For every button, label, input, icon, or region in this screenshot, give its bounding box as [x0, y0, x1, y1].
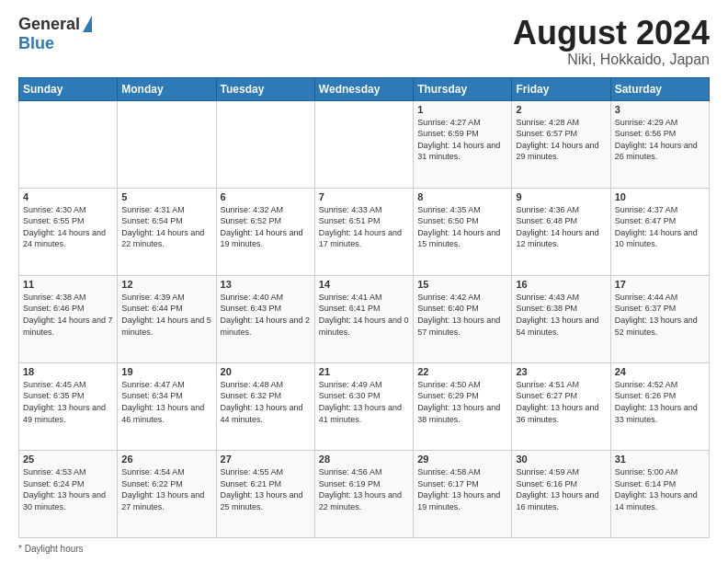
calendar-week-row: 4Sunrise: 4:30 AM Sunset: 6:55 PM Daylig…	[19, 188, 710, 275]
day-info: Sunrise: 4:49 AM Sunset: 6:30 PM Dayligh…	[319, 379, 409, 425]
calendar-cell	[314, 100, 413, 188]
day-info: Sunrise: 4:41 AM Sunset: 6:41 PM Dayligh…	[319, 292, 409, 338]
day-info: Sunrise: 4:45 AM Sunset: 6:35 PM Dayligh…	[23, 379, 113, 425]
day-header-wednesday: Wednesday	[314, 77, 413, 100]
title-block: August 2024 Niki, Hokkaido, Japan	[513, 15, 710, 68]
day-number: 3	[615, 104, 705, 115]
logo-blue-text: Blue	[18, 34, 54, 53]
day-info: Sunrise: 4:39 AM Sunset: 6:44 PM Dayligh…	[121, 292, 211, 338]
calendar-cell: 14Sunrise: 4:41 AM Sunset: 6:41 PM Dayli…	[314, 275, 413, 362]
footer: * Daylight hours	[18, 544, 710, 554]
day-info: Sunrise: 4:33 AM Sunset: 6:51 PM Dayligh…	[319, 204, 409, 250]
calendar-cell: 20Sunrise: 4:48 AM Sunset: 6:32 PM Dayli…	[216, 362, 314, 450]
calendar-cell: 17Sunrise: 4:44 AM Sunset: 6:37 PM Dayli…	[610, 275, 709, 362]
calendar-cell: 25Sunrise: 4:53 AM Sunset: 6:24 PM Dayli…	[19, 450, 118, 537]
day-info: Sunrise: 4:27 AM Sunset: 6:59 PM Dayligh…	[417, 117, 507, 163]
day-number: 17	[615, 279, 705, 290]
day-info: Sunrise: 4:28 AM Sunset: 6:57 PM Dayligh…	[516, 117, 606, 163]
calendar-cell: 12Sunrise: 4:39 AM Sunset: 6:44 PM Dayli…	[118, 275, 216, 362]
day-number: 28	[319, 454, 409, 465]
calendar-cell: 22Sunrise: 4:50 AM Sunset: 6:29 PM Dayli…	[414, 362, 512, 450]
day-info: Sunrise: 4:51 AM Sunset: 6:27 PM Dayligh…	[516, 379, 606, 425]
day-number: 23	[516, 366, 606, 377]
day-info: Sunrise: 4:48 AM Sunset: 6:32 PM Dayligh…	[221, 379, 311, 425]
calendar-cell: 15Sunrise: 4:42 AM Sunset: 6:40 PM Dayli…	[414, 275, 512, 362]
calendar-title: August 2024	[513, 15, 710, 52]
calendar-cell: 29Sunrise: 4:58 AM Sunset: 6:17 PM Dayli…	[414, 450, 512, 537]
day-info: Sunrise: 4:37 AM Sunset: 6:47 PM Dayligh…	[615, 204, 705, 250]
calendar-cell	[118, 100, 216, 188]
calendar-cell: 27Sunrise: 4:55 AM Sunset: 6:21 PM Dayli…	[216, 450, 314, 537]
day-info: Sunrise: 4:55 AM Sunset: 6:21 PM Dayligh…	[221, 466, 311, 512]
calendar-cell: 18Sunrise: 4:45 AM Sunset: 6:35 PM Dayli…	[19, 362, 118, 450]
day-number: 10	[615, 191, 705, 202]
calendar-cell: 31Sunrise: 5:00 AM Sunset: 6:14 PM Dayli…	[610, 450, 709, 537]
day-number: 19	[121, 366, 211, 377]
calendar-cell: 2Sunrise: 4:28 AM Sunset: 6:57 PM Daylig…	[512, 100, 610, 188]
day-info: Sunrise: 4:54 AM Sunset: 6:22 PM Dayligh…	[121, 466, 211, 512]
page: General Blue August 2024 Niki, Hokkaido,…	[0, 0, 728, 563]
day-info: Sunrise: 4:52 AM Sunset: 6:26 PM Dayligh…	[615, 379, 705, 425]
day-info: Sunrise: 4:43 AM Sunset: 6:38 PM Dayligh…	[516, 292, 606, 338]
calendar-week-row: 1Sunrise: 4:27 AM Sunset: 6:59 PM Daylig…	[19, 100, 710, 188]
day-number: 8	[417, 191, 507, 202]
day-info: Sunrise: 4:35 AM Sunset: 6:50 PM Dayligh…	[417, 204, 507, 250]
calendar-cell: 5Sunrise: 4:31 AM Sunset: 6:54 PM Daylig…	[118, 188, 216, 275]
day-info: Sunrise: 4:31 AM Sunset: 6:54 PM Dayligh…	[121, 204, 211, 250]
logo: General Blue	[18, 15, 92, 53]
day-info: Sunrise: 4:38 AM Sunset: 6:46 PM Dayligh…	[23, 292, 113, 338]
day-info: Sunrise: 4:56 AM Sunset: 6:19 PM Dayligh…	[319, 466, 409, 512]
calendar-location: Niki, Hokkaido, Japan	[513, 52, 710, 68]
day-info: Sunrise: 4:40 AM Sunset: 6:43 PM Dayligh…	[221, 292, 311, 338]
calendar-table: SundayMondayTuesdayWednesdayThursdayFrid…	[18, 77, 710, 538]
day-info: Sunrise: 4:53 AM Sunset: 6:24 PM Dayligh…	[23, 466, 113, 512]
day-number: 14	[319, 279, 409, 290]
calendar-cell: 10Sunrise: 4:37 AM Sunset: 6:47 PM Dayli…	[610, 188, 709, 275]
calendar-cell: 19Sunrise: 4:47 AM Sunset: 6:34 PM Dayli…	[118, 362, 216, 450]
day-number: 13	[221, 279, 311, 290]
day-info: Sunrise: 4:42 AM Sunset: 6:40 PM Dayligh…	[417, 292, 507, 338]
calendar-header-row: SundayMondayTuesdayWednesdayThursdayFrid…	[19, 77, 710, 100]
calendar-cell: 23Sunrise: 4:51 AM Sunset: 6:27 PM Dayli…	[512, 362, 610, 450]
calendar-cell: 13Sunrise: 4:40 AM Sunset: 6:43 PM Dayli…	[216, 275, 314, 362]
day-header-monday: Monday	[118, 77, 216, 100]
calendar-cell: 26Sunrise: 4:54 AM Sunset: 6:22 PM Dayli…	[118, 450, 216, 537]
day-number: 5	[121, 191, 211, 202]
day-info: Sunrise: 4:59 AM Sunset: 6:16 PM Dayligh…	[516, 466, 606, 512]
calendar-cell: 11Sunrise: 4:38 AM Sunset: 6:46 PM Dayli…	[19, 275, 118, 362]
day-number: 12	[121, 279, 211, 290]
day-info: Sunrise: 4:36 AM Sunset: 6:48 PM Dayligh…	[516, 204, 606, 250]
day-number: 30	[516, 454, 606, 465]
day-header-thursday: Thursday	[414, 77, 512, 100]
calendar-cell: 3Sunrise: 4:29 AM Sunset: 6:56 PM Daylig…	[610, 100, 709, 188]
day-number: 18	[23, 366, 113, 377]
day-number: 2	[516, 104, 606, 115]
calendar-cell	[216, 100, 314, 188]
day-number: 21	[319, 366, 409, 377]
day-header-tuesday: Tuesday	[216, 77, 314, 100]
day-header-friday: Friday	[512, 77, 610, 100]
day-info: Sunrise: 5:00 AM Sunset: 6:14 PM Dayligh…	[615, 466, 705, 512]
logo-general-text: General	[18, 15, 80, 34]
day-info: Sunrise: 4:50 AM Sunset: 6:29 PM Dayligh…	[417, 379, 507, 425]
calendar-cell: 8Sunrise: 4:35 AM Sunset: 6:50 PM Daylig…	[414, 188, 512, 275]
day-number: 9	[516, 191, 606, 202]
day-info: Sunrise: 4:32 AM Sunset: 6:52 PM Dayligh…	[221, 204, 311, 250]
day-info: Sunrise: 4:58 AM Sunset: 6:17 PM Dayligh…	[417, 466, 507, 512]
calendar-week-row: 25Sunrise: 4:53 AM Sunset: 6:24 PM Dayli…	[19, 450, 710, 537]
header: General Blue August 2024 Niki, Hokkaido,…	[18, 15, 710, 68]
calendar-cell: 28Sunrise: 4:56 AM Sunset: 6:19 PM Dayli…	[314, 450, 413, 537]
day-number: 22	[417, 366, 507, 377]
day-number: 20	[221, 366, 311, 377]
calendar-cell: 9Sunrise: 4:36 AM Sunset: 6:48 PM Daylig…	[512, 188, 610, 275]
day-number: 16	[516, 279, 606, 290]
day-info: Sunrise: 4:44 AM Sunset: 6:37 PM Dayligh…	[615, 292, 705, 338]
day-number: 26	[121, 454, 211, 465]
day-info: Sunrise: 4:30 AM Sunset: 6:55 PM Dayligh…	[23, 204, 113, 250]
day-number: 7	[319, 191, 409, 202]
calendar-week-row: 11Sunrise: 4:38 AM Sunset: 6:46 PM Dayli…	[19, 275, 710, 362]
calendar-cell: 16Sunrise: 4:43 AM Sunset: 6:38 PM Dayli…	[512, 275, 610, 362]
day-header-sunday: Sunday	[19, 77, 118, 100]
day-number: 1	[417, 104, 507, 115]
day-number: 6	[221, 191, 311, 202]
